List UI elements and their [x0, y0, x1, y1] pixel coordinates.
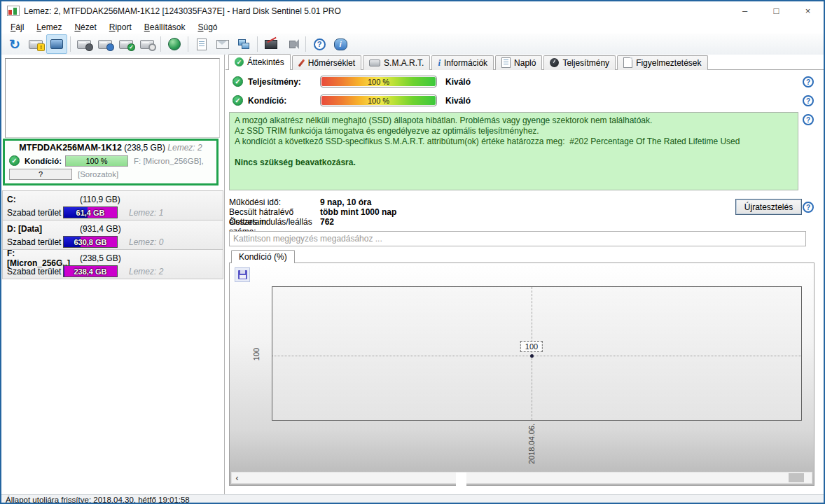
disk-problems-button[interactable]: !: [25, 34, 46, 54]
menu-report[interactable]: Riport: [103, 22, 138, 33]
chart-plot-area: 100: [272, 286, 802, 421]
help-icon-condition[interactable]: ?: [803, 95, 814, 106]
menu-view[interactable]: Nézet: [68, 22, 102, 33]
free-space-label: Szabad terület: [7, 237, 63, 247]
toolbar-separator: [257, 36, 258, 52]
information-button[interactable]: i: [330, 34, 351, 54]
comment-input[interactable]: [229, 231, 806, 246]
help-icon-performance[interactable]: ?: [803, 76, 814, 88]
tab-label: Figyelmeztetések: [636, 58, 701, 68]
stat-value: 9 nap, 10 óra: [320, 197, 371, 207]
disk-volume-label: F: [Micron_256GB],: [134, 157, 204, 165]
network-icon: [238, 39, 249, 49]
remote-desktop-button[interactable]: [261, 34, 282, 54]
partition-name: D: [Data]: [7, 224, 80, 234]
disk-warning-icon: !: [29, 40, 43, 49]
disk-extendedtest-button[interactable]: [95, 34, 116, 54]
network-drive-button[interactable]: [164, 34, 185, 54]
tab-label: S.M.A.R.T.: [384, 58, 424, 68]
chart-horizontal-scrollbar[interactable]: ‹ ›: [231, 472, 812, 484]
partition-item-d[interactable]: D: [Data] (931,4 GB) Szabad terület 630,…: [2, 220, 223, 250]
performance-label: Teljesítmény:: [248, 77, 315, 87]
chart-gridline-vertical: [532, 287, 532, 420]
partition-size: (238,5 GB): [80, 253, 121, 263]
condition-label-main: Kondíció:: [248, 96, 315, 106]
free-space-bar: 630,8 GB: [63, 236, 118, 248]
tab-label: Teljesítmény: [562, 58, 609, 68]
disk-size: (238,5 GB): [124, 143, 165, 153]
retest-button[interactable]: Újratesztelés: [735, 199, 802, 215]
maximize-button[interactable]: □: [761, 1, 792, 20]
information-icon: i: [438, 57, 441, 69]
close-button[interactable]: ×: [792, 1, 824, 20]
disk-search-icon: [140, 40, 154, 49]
sound-test-button[interactable]: [282, 34, 303, 54]
condition-chart-panel: 100 100 2018.04.06. ‹ ›: [229, 262, 814, 486]
stat-power-on-time: Működési idő: 9 nap, 10 óra: [229, 197, 371, 207]
condition-bar: 100 %: [65, 155, 128, 167]
tab-performance[interactable]: Teljesítmény: [543, 55, 616, 70]
disk-surfacetest-button[interactable]: [137, 34, 158, 54]
temperature-row: Hőm.: ? [Sorozatok]: [5, 169, 216, 179]
disk-number: Lemez: 2: [167, 143, 202, 153]
partition-size: (931,4 GB): [80, 224, 121, 234]
tab-log[interactable]: Napló: [495, 55, 542, 70]
tab-alerts[interactable]: Figyelmeztetések: [617, 55, 707, 70]
send-mail-button[interactable]: [212, 34, 233, 54]
disk-quicktest-button[interactable]: ✓: [116, 34, 137, 54]
free-space-bar: 238,4 GB: [63, 265, 118, 277]
status-text: Állapot utoljára frissítve: 2018.04.30. …: [6, 496, 190, 504]
condition-chart-tab[interactable]: Kondíció (%): [231, 250, 295, 263]
partition-item-c[interactable]: C: (110,9 GB) Szabad terület 61,4 GB Lem…: [2, 190, 223, 220]
partition-item-f[interactable]: F: [Micron_256G..] (238,5 GB) Szabad ter…: [2, 250, 223, 279]
toolbar-separator: [70, 36, 71, 52]
tab-overview[interactable]: ✓ Áttekintés: [228, 54, 291, 70]
report-button[interactable]: [191, 34, 212, 54]
minimize-button[interactable]: –: [729, 1, 761, 20]
refresh-button[interactable]: ↻: [4, 34, 25, 54]
tab-label: Áttekintés: [247, 57, 284, 67]
menu-help[interactable]: Súgó: [191, 22, 223, 33]
health-line: Az SSD TRIM funkciója támogatva és enged…: [235, 126, 793, 136]
tab-temperature[interactable]: Hőmérséklet: [292, 55, 361, 70]
selected-disk-panel[interactable]: MTFDDAK256MAM-1K12 (238,5 GB) Lemez: 2 ✓…: [3, 139, 219, 186]
report-icon: [197, 38, 207, 50]
condition-row: ✓ Kondíció: 100 % F: [Micron_256GB],: [5, 155, 216, 166]
main-content: ✓ Áttekintés Hőmérséklet S.M.A.R.T. i In…: [226, 55, 825, 494]
tab-information[interactable]: i Információk: [431, 55, 494, 70]
help-icon-retest[interactable]: ?: [803, 202, 814, 213]
toolbar-separator: [188, 36, 188, 52]
gauge-icon: [550, 58, 559, 67]
performance-rating: Kiváló: [445, 77, 471, 87]
toolbar-separator: [160, 36, 161, 52]
disk-clock-icon: [98, 40, 112, 49]
disk-detect-button[interactable]: [46, 34, 67, 54]
disk-name: MTFDDAK256MAM-1K12: [19, 143, 122, 153]
free-space-label: Szabad terület: [7, 267, 63, 276]
scrollbar-thumb[interactable]: [789, 473, 804, 482]
help-icon-status[interactable]: ?: [803, 114, 814, 125]
disk-shorttest-button[interactable]: [74, 34, 95, 54]
network-computers-button[interactable]: [233, 34, 254, 54]
tab-label: Hőmérséklet: [308, 58, 355, 68]
info-icon: i: [334, 38, 347, 50]
disk-gauge-icon: [77, 40, 91, 49]
scroll-left-arrow[interactable]: ‹: [232, 472, 242, 483]
tab-smart[interactable]: S.M.A.R.T.: [363, 55, 430, 70]
help-button[interactable]: ?: [309, 34, 330, 54]
menu-settings[interactable]: Beállítások: [138, 22, 192, 33]
chart-x-tick: 2018.04.06.: [527, 418, 536, 470]
disk-series-label: [Sorozatok]: [78, 170, 118, 178]
remote-monitor-icon: [265, 40, 277, 49]
performance-row: ✓ Teljesítmény: 100 % Kiváló: [233, 76, 471, 88]
menu-disk[interactable]: Lemez: [30, 22, 68, 33]
tab-bar: ✓ Áttekintés Hőmérséklet S.M.A.R.T. i In…: [228, 55, 709, 70]
chart-gridline-horizontal: [272, 356, 801, 356]
health-line: A kondíciót a következő SSD-specifikus S…: [235, 136, 793, 147]
menu-file[interactable]: Fájl: [4, 22, 30, 33]
save-chart-button[interactable]: [235, 267, 250, 282]
free-space-value: 61,4 GB: [64, 207, 117, 218]
health-check-icon: ✓: [9, 155, 20, 166]
chart-data-point: [530, 354, 534, 358]
performance-meter: 100 %: [320, 76, 437, 88]
